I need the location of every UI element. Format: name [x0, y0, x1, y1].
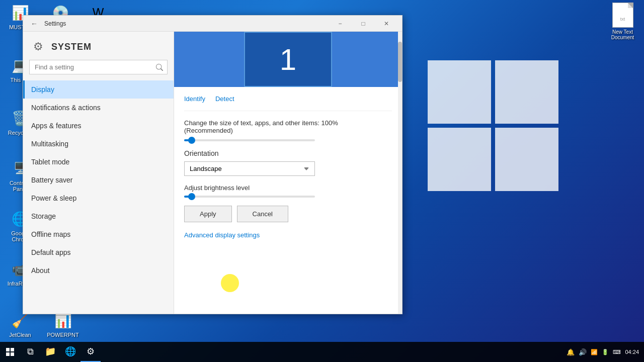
svg-rect-3	[11, 352, 14, 356]
search-input[interactable]	[29, 60, 168, 74]
sidebar-item-tablet[interactable]: Tablet mode	[23, 153, 174, 171]
button-row: Apply Cancel	[184, 206, 392, 222]
minimize-button[interactable]: −	[329, 16, 352, 32]
orientation-title: Orientation	[184, 149, 392, 157]
jetclean-label: JetClean	[9, 332, 31, 338]
sidebar-item-about[interactable]: About	[23, 261, 174, 280]
new-text-file-icon: txt	[612, 3, 633, 28]
sidebar-item-offline-maps[interactable]: Offline maps	[23, 225, 174, 243]
desktop-icon-powerpnt[interactable]: 📊 POWERPNT	[45, 310, 80, 338]
sidebar-search[interactable]	[29, 60, 168, 74]
taskbar-right: 🔔 🔊 📶 🔋 ⌨ 04:24	[567, 348, 644, 356]
main-content: 1 Identify Detect Change the size of tex…	[174, 32, 402, 314]
multitasking-label: Multitasking	[31, 140, 68, 148]
sidebar-system-title: SYSTEM	[51, 42, 92, 52]
system-tray-battery: 🔋	[602, 349, 609, 355]
identify-button[interactable]: Identify	[184, 95, 205, 103]
window-body: ⚙ SYSTEM Display Notifications & actions…	[23, 32, 402, 314]
size-label: Change the size of text, apps, and other…	[184, 119, 392, 134]
desktop-icon-jetclean[interactable]: 🧹 JetClean	[3, 310, 38, 338]
system-tray-misc: ⌨	[613, 349, 621, 355]
monitor-number: 1	[280, 42, 296, 77]
taskbar-chrome[interactable]: 🌐	[60, 342, 80, 362]
sidebar-item-display[interactable]: Display	[23, 80, 174, 99]
sidebar-item-notifications[interactable]: Notifications & actions	[23, 99, 174, 117]
battery-label: Battery saver	[31, 176, 72, 184]
svg-rect-0	[6, 348, 10, 351]
size-slider-thumb[interactable]	[188, 137, 195, 144]
window-controls: − □ ✕	[329, 16, 398, 32]
new-text-document-label: New Text Document	[604, 29, 641, 40]
notifications-label: Notifications & actions	[31, 104, 101, 112]
default-label: Default apps	[31, 248, 71, 256]
desktop: 📊 MUSTAT 💿 W 💻 This P... 🗑️ Recycle... 🖥…	[0, 0, 644, 362]
size-slider-container	[184, 139, 392, 141]
monitor-box: 1	[244, 32, 332, 87]
desktop-icon-new-text-document[interactable]: txt New Text Document	[604, 3, 641, 40]
display-label: Display	[31, 85, 54, 94]
sidebar-item-battery[interactable]: Battery saver	[23, 171, 174, 189]
system-tray-notifications: 🔔	[567, 348, 575, 356]
scrollbar-thumb[interactable]	[398, 42, 402, 82]
svg-rect-1	[11, 348, 14, 351]
brightness-slider-container	[184, 196, 392, 198]
sidebar-header: ⚙ SYSTEM	[23, 32, 174, 60]
svg-rect-2	[6, 352, 10, 356]
orientation-select[interactable]: Landscape Portrait Landscape (flipped) P…	[184, 161, 315, 176]
sidebar-item-multitasking[interactable]: Multitasking	[23, 135, 174, 153]
taskbar-icons: ⧉ 📁 🌐 ⚙	[20, 342, 101, 362]
brightness-label: Adjust brightness level	[184, 184, 392, 192]
apps-label: Apps & features	[31, 122, 82, 130]
windows-logo	[418, 40, 569, 241]
taskbar-explorer[interactable]: 📁	[40, 342, 60, 362]
detect-button[interactable]: Detect	[215, 95, 234, 103]
clock-time: 04:24	[625, 349, 639, 355]
start-button[interactable]	[0, 342, 20, 362]
apply-button[interactable]: Apply	[184, 206, 232, 222]
taskbar-settings[interactable]: ⚙	[80, 342, 101, 362]
content-area: Identify Detect Change the size of text,…	[174, 87, 402, 247]
size-slider-track[interactable]	[184, 139, 315, 141]
taskbar-clock[interactable]: 04:24	[625, 349, 639, 355]
system-tray-volume: 🔊	[579, 348, 587, 356]
system-tray-network: 📶	[591, 349, 598, 355]
settings-window: ← Settings − □ ✕ ⚙ SYSTEM Display	[23, 15, 403, 314]
back-icon: ←	[31, 20, 38, 28]
brightness-slider-thumb[interactable]	[188, 193, 195, 200]
taskbar-task-view[interactable]: ⧉	[20, 342, 40, 362]
taskbar: ⧉ 📁 🌐 ⚙ 🔔 🔊 📶 🔋 ⌨ 04:24	[0, 342, 644, 362]
sidebar-item-storage[interactable]: Storage	[23, 207, 174, 225]
advanced-display-link[interactable]: Advanced display settings	[184, 231, 260, 239]
window-titlebar: ← Settings − □ ✕	[23, 16, 402, 32]
about-label: About	[31, 266, 50, 275]
gear-icon: ⚙	[31, 40, 45, 54]
powerpnt-label: POWERPNT	[47, 332, 79, 338]
storage-label: Storage	[31, 212, 56, 220]
offline-label: Offline maps	[31, 230, 70, 238]
power-label: Power & sleep	[31, 194, 76, 202]
window-title: Settings	[44, 20, 66, 27]
sidebar-item-apps[interactable]: Apps & features	[23, 117, 174, 135]
brightness-slider-track[interactable]	[184, 196, 315, 198]
scrollbar[interactable]	[398, 32, 402, 314]
cancel-button[interactable]: Cancel	[237, 206, 288, 222]
maximize-button[interactable]: □	[352, 16, 375, 32]
back-button[interactable]: ←	[27, 17, 41, 31]
identify-row: Identify Detect	[184, 95, 392, 111]
close-button[interactable]: ✕	[375, 16, 398, 32]
sidebar-item-default-apps[interactable]: Default apps	[23, 243, 174, 261]
display-preview: 1	[174, 32, 402, 87]
sidebar-item-power[interactable]: Power & sleep	[23, 189, 174, 207]
sidebar: ⚙ SYSTEM Display Notifications & actions…	[23, 32, 174, 314]
tablet-label: Tablet mode	[31, 158, 69, 166]
